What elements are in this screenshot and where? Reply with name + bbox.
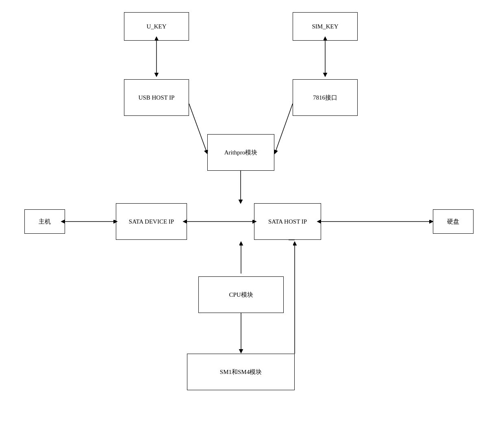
u-key-box: U_KEY (124, 12, 189, 41)
sata-device-box: SATA DEVICE IP (116, 203, 187, 240)
sim-key-box: SIM_KEY (293, 12, 358, 41)
cpu-box: CPU模块 (198, 276, 284, 313)
zhuji-box: 主机 (24, 209, 65, 234)
arithpro-box: Arithpro模块 (207, 134, 274, 171)
svg-line-5 (189, 104, 207, 154)
sata-host-box: SATA HOST IP (254, 203, 321, 240)
usb-host-ip-box: USB HOST IP (124, 79, 189, 116)
diagram: U_KEY SIM_KEY USB HOST IP 7816接口 Arithpr… (0, 0, 504, 439)
yingpan-box: 硬盘 (433, 209, 474, 234)
sm1sm4-box: SM1和SM4模块 (187, 354, 295, 390)
svg-line-6 (275, 104, 293, 154)
if7816-box: 7816接口 (293, 79, 358, 116)
